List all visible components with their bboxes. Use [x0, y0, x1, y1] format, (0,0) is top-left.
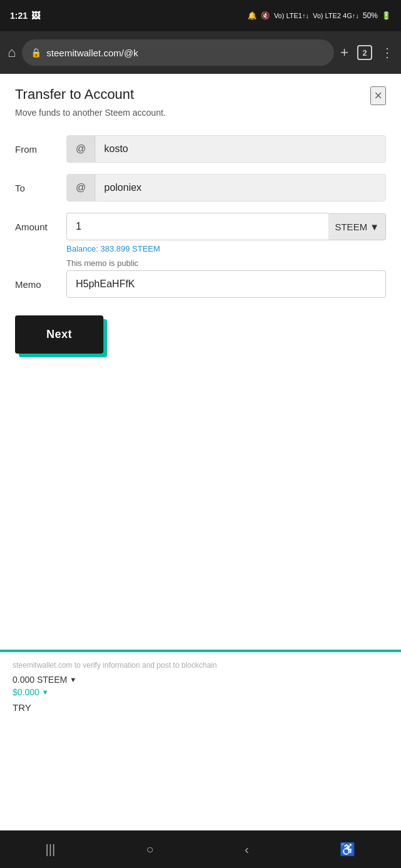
steem-amount: 0.000 STEEM ▼	[13, 675, 388, 685]
home-icon[interactable]: ⌂	[8, 44, 16, 61]
amount-row: Amount STEEM ▼ Balance: 383.899 STEEM	[15, 213, 386, 253]
currency-caret-icon: ▼	[370, 222, 379, 232]
currency-label: STEEM	[335, 222, 367, 232]
amount-label: Amount	[15, 213, 59, 232]
to-row: To @	[15, 174, 386, 202]
from-input[interactable]	[95, 136, 385, 162]
wallet-label: TRY	[13, 702, 388, 713]
memo-public-note: This memo is public	[66, 258, 386, 268]
amount-input[interactable]	[66, 213, 328, 240]
lock-icon: 🔒	[31, 48, 41, 58]
memo-input[interactable]	[66, 270, 386, 298]
currency-select[interactable]: STEEM ▼	[328, 213, 386, 240]
battery-icon: 🔋	[382, 11, 391, 20]
from-at-symbol: @	[67, 136, 95, 162]
from-input-wrapper: @	[66, 135, 386, 163]
time-display: 1:21	[10, 11, 28, 21]
usd-caret-icon[interactable]: ▼	[42, 688, 49, 696]
nav-accessibility-icon[interactable]: ♿	[340, 842, 355, 857]
from-row: From @	[15, 135, 386, 163]
url-bar[interactable]: 🔒 steemitwallet.com/@k	[22, 39, 334, 66]
to-input-wrapper: @	[66, 174, 386, 202]
status-time: 1:21 🖼	[10, 11, 40, 21]
photo-icon: 🖼	[31, 11, 40, 21]
nav-recent-icon[interactable]: |||	[46, 842, 56, 857]
memo-label: Memo	[15, 279, 59, 290]
tab-count[interactable]: 2	[357, 45, 372, 60]
signal-lte2-icon: Vo) LTE2 4G↑↓	[313, 12, 359, 19]
to-label: To	[15, 183, 59, 193]
from-label: From	[15, 144, 59, 155]
next-button[interactable]: Next	[15, 315, 103, 354]
amount-field-row: STEEM ▼	[66, 213, 386, 240]
usd-amount: $0.000 ▼	[13, 687, 388, 697]
usd-value: $0.000	[13, 687, 39, 697]
amount-inputs: STEEM ▼ Balance: 383.899 STEEM	[66, 213, 386, 253]
battery-display: 50%	[363, 11, 378, 20]
wallet-bottom-bar: steemitwallet.com to verify information …	[0, 650, 401, 713]
steem-value: 0.000 STEEM	[13, 675, 67, 685]
dialog-subtitle: Move funds to another Steem account.	[15, 108, 386, 118]
memo-row: Memo	[15, 270, 386, 298]
browser-chrome: ⌂ 🔒 steemitwallet.com/@k + 2 ⋮	[0, 31, 401, 74]
url-text: steemitwallet.com/@k	[46, 48, 325, 58]
browser-actions: + 2 ⋮	[340, 44, 393, 61]
nav-back-icon[interactable]: ‹	[245, 842, 249, 857]
close-button[interactable]: ×	[370, 86, 386, 105]
status-icons: 🔔 🔇 Vo) LTE1↑↓ Vo) LTE2 4G↑↓ 50% 🔋	[247, 11, 391, 20]
add-tab-icon[interactable]: +	[340, 44, 348, 61]
nav-home-icon[interactable]: ○	[146, 842, 154, 857]
dialog-header: Transfer to Account ×	[15, 86, 386, 105]
menu-icon[interactable]: ⋮	[381, 45, 393, 60]
signal-lte1-icon: Vo) LTE1↑↓	[274, 12, 309, 19]
alarm-icon: 🔔	[247, 11, 257, 20]
android-nav-bar: ||| ○ ‹ ♿	[0, 830, 401, 868]
to-input[interactable]	[95, 175, 385, 201]
steem-caret-icon[interactable]: ▼	[70, 676, 76, 683]
status-bar: 1:21 🖼 🔔 🔇 Vo) LTE1↑↓ Vo) LTE2 4G↑↓ 50% …	[0, 0, 401, 31]
next-button-wrapper: Next	[15, 315, 103, 354]
page-content: Transfer to Account × Move funds to anot…	[0, 74, 401, 637]
mute-icon: 🔇	[261, 11, 270, 20]
wallet-helper-text: steemitwallet.com to verify information …	[13, 661, 388, 670]
balance-display: Balance: 383.899 STEEM	[66, 244, 386, 253]
dialog-title: Transfer to Account	[15, 86, 134, 103]
to-at-symbol: @	[67, 175, 95, 201]
